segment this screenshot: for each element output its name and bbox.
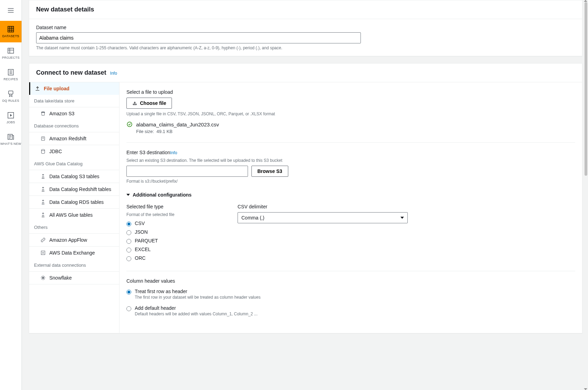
filetype-parquet[interactable]: PARQUET xyxy=(126,237,224,245)
svg-rect-8 xyxy=(41,251,45,255)
s3-dest-label: Enter S3 destinationInfo xyxy=(126,150,575,155)
radio-icon xyxy=(126,222,131,226)
catalog-icon xyxy=(40,199,46,205)
radio-icon xyxy=(126,306,131,311)
svg-rect-0 xyxy=(8,26,14,32)
catalog-icon xyxy=(40,174,46,179)
hamburger-icon[interactable] xyxy=(0,0,22,21)
header-first-row[interactable]: Treat first row as header The first row … xyxy=(126,287,575,301)
nav-dq-rules[interactable]: DQ RULES xyxy=(0,85,22,107)
radio-label: Add default header xyxy=(135,305,258,311)
exchange-icon xyxy=(40,250,46,256)
scroll-thumb[interactable] xyxy=(585,2,587,176)
source-label: Amazon AppFlow xyxy=(49,237,87,243)
s3-dest-sub: Select an existing S3 destination. The f… xyxy=(126,158,575,163)
filetype-hint: Format of the selected file xyxy=(126,212,224,217)
nav-projects[interactable]: PROJECTS xyxy=(0,42,22,64)
source-label: Amazon S3 xyxy=(49,111,74,116)
details-panel: New dataset details Dataset name The dat… xyxy=(29,0,582,56)
source-snowflake[interactable]: Snowflake xyxy=(29,271,119,284)
nav-datasets[interactable]: DATASETS xyxy=(0,21,22,42)
radio-label: JSON xyxy=(135,229,148,235)
nav-label: PROJECTS xyxy=(2,56,19,59)
browse-s3-button[interactable]: Browse S3 xyxy=(251,166,288,177)
upload-icon xyxy=(35,86,40,91)
radio-label: EXCEL xyxy=(135,247,151,252)
dataset-name-input[interactable] xyxy=(36,32,361,43)
connect-info-link[interactable]: Info xyxy=(110,71,117,76)
delimiter-select[interactable]: Comma (,) xyxy=(238,212,408,223)
source-label: Snowflake xyxy=(49,275,72,281)
source-label: All AWS Glue tables xyxy=(49,212,93,218)
choose-file-button[interactable]: Choose file xyxy=(126,98,172,109)
scroll-up-icon xyxy=(584,0,587,2)
source-appflow[interactable]: Amazon AppFlow xyxy=(29,233,119,246)
nav-whats-new[interactable]: WHAT'S NEW xyxy=(0,128,22,150)
badge-icon xyxy=(7,90,15,98)
filetype-csv[interactable]: CSV xyxy=(126,219,224,228)
upload-icon xyxy=(132,101,137,106)
file-name: alabama_claims_data_Jun2023.csv xyxy=(136,122,219,127)
side-rail: DATASETS PROJECTS RECIPES DQ RULES JOBS … xyxy=(0,0,22,390)
source-label: Data Catalog S3 tables xyxy=(49,174,99,179)
source-glue-all[interactable]: All AWS Glue tables xyxy=(29,208,119,221)
expander-label: Additional configurations xyxy=(133,192,192,198)
s3-dest-input[interactable] xyxy=(126,166,248,177)
radio-label: Treat first row as header xyxy=(135,289,260,294)
source-glue-s3[interactable]: Data Catalog S3 tables xyxy=(29,170,119,183)
s3-format-hint: Format is s3://bucket/prefix/ xyxy=(126,179,575,184)
nav-jobs[interactable]: JOBS xyxy=(0,107,22,128)
scrollbar[interactable] xyxy=(584,0,587,390)
nav-label: WHAT'S NEW xyxy=(0,142,21,146)
filetype-excel[interactable]: EXCEL xyxy=(126,245,224,254)
additional-config-expander[interactable]: Additional configurations xyxy=(126,192,575,198)
s3-dest-info-link[interactable]: Info xyxy=(170,150,177,155)
radio-hint: Default headers will be added with value… xyxy=(135,312,258,316)
radio-icon xyxy=(126,290,131,294)
nav-label: JOBS xyxy=(7,121,15,124)
source-category: External data connections xyxy=(29,259,119,271)
nav-label: DATASETS xyxy=(2,34,19,38)
nav-recipes[interactable]: RECIPES xyxy=(0,64,22,85)
list-icon xyxy=(7,68,15,76)
source-glue-rds[interactable]: Data Catalog RDS tables xyxy=(29,196,119,208)
news-icon xyxy=(7,133,15,141)
uploaded-file: alabama_claims_data_Jun2023.csv xyxy=(126,121,575,127)
source-file-upload[interactable]: File upload xyxy=(29,82,119,95)
source-adx[interactable]: AWS Data Exchange xyxy=(29,246,119,259)
name-hint: The dataset name must contain 1-255 char… xyxy=(36,45,575,50)
source-redshift[interactable]: Amazon Redshift xyxy=(29,132,119,145)
database-icon xyxy=(40,136,46,141)
radio-label: ORC xyxy=(135,255,146,261)
play-icon xyxy=(7,111,15,119)
source-label: JDBC xyxy=(49,149,62,154)
catalog-icon xyxy=(40,212,46,218)
header-default[interactable]: Add default header Default headers will … xyxy=(126,304,575,318)
source-s3[interactable]: Amazon S3 xyxy=(29,107,119,120)
connect-title: Connect to new dataset Info xyxy=(29,64,582,82)
chevron-down-icon xyxy=(126,194,130,196)
source-glue-redshift[interactable]: Data Catalog Redshift tables xyxy=(29,183,119,196)
radio-label: CSV xyxy=(135,221,145,226)
radio-label: PARQUET xyxy=(135,238,158,243)
file-size-label: File size: xyxy=(136,129,154,134)
snowflake-icon xyxy=(40,275,46,281)
headers-label: Column header values xyxy=(126,278,575,284)
filetype-json[interactable]: JSON xyxy=(126,228,224,237)
select-value: Comma (,) xyxy=(241,215,264,221)
button-label: Browse S3 xyxy=(257,168,282,174)
source-jdbc[interactable]: JDBC xyxy=(29,145,119,158)
s3-dest-label-text: Enter S3 destination xyxy=(126,150,170,155)
filetype-orc[interactable]: ORC xyxy=(126,254,224,263)
svg-rect-3 xyxy=(9,91,13,94)
source-label: Data Catalog RDS tables xyxy=(49,199,103,205)
radio-icon xyxy=(126,230,131,235)
source-category: Others xyxy=(29,221,119,233)
radio-icon xyxy=(126,248,131,252)
source-label: AWS Data Exchange xyxy=(49,250,95,256)
radio-hint: The first row in your dataset will be tr… xyxy=(135,295,260,300)
svg-rect-9 xyxy=(133,104,136,105)
svg-point-10 xyxy=(127,122,132,127)
button-label: Choose file xyxy=(140,100,166,106)
source-label: Data Catalog Redshift tables xyxy=(49,186,111,192)
